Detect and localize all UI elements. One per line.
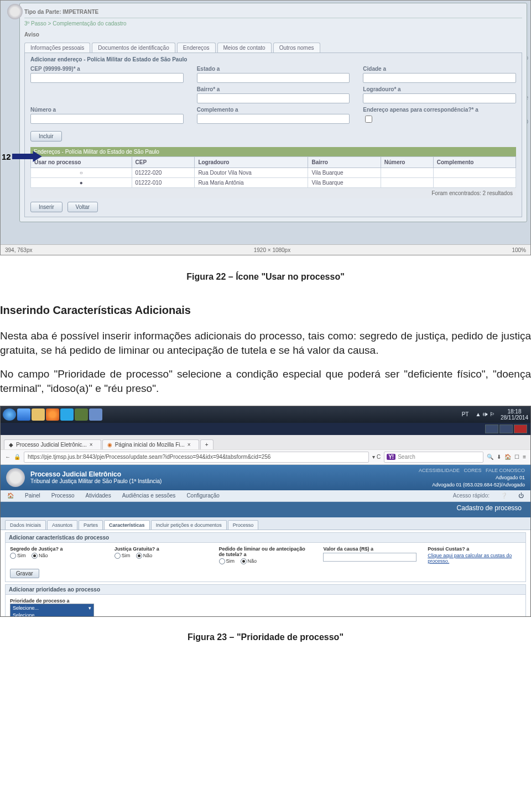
status-zoom: 100% bbox=[512, 247, 526, 253]
tab-info-pessoais[interactable]: Informações pessoais bbox=[24, 43, 90, 53]
prioridade-select[interactable]: Selecione...▾ Selecione... Deficiente Fí… bbox=[10, 604, 94, 617]
numero-input[interactable] bbox=[30, 114, 184, 124]
close-icon[interactable]: × bbox=[90, 442, 93, 448]
minimize-button[interactable] bbox=[485, 425, 498, 433]
status-bar: 394, 763px 1920 × 1080px 100% bbox=[1, 244, 530, 255]
inserir-button[interactable]: Inserir bbox=[30, 202, 63, 212]
firefox-icon[interactable] bbox=[46, 408, 59, 421]
close-button[interactable] bbox=[514, 425, 527, 433]
usar-no-processo-icon[interactable]: ○ bbox=[31, 168, 132, 178]
skype-icon[interactable] bbox=[60, 408, 74, 421]
new-tab-button[interactable]: + bbox=[200, 439, 214, 449]
th-logradouro: Logradouro bbox=[195, 157, 308, 168]
cep-label: CEP (99999-999)* a bbox=[30, 66, 184, 72]
valor-input[interactable] bbox=[323, 553, 417, 562]
menu-audiencias[interactable]: Audiências e sessões bbox=[122, 493, 176, 499]
user-name: Advogado 01 bbox=[419, 474, 525, 481]
custas-link[interactable]: Clique aqui para calcular as custas do p… bbox=[428, 553, 521, 564]
radio-nao[interactable]: Não bbox=[32, 553, 48, 559]
custas-label: Possui Custas? a bbox=[428, 546, 521, 552]
radio-nao[interactable]: Não bbox=[136, 553, 153, 559]
select-option-selecione[interactable]: Selecione... bbox=[11, 612, 93, 617]
search-input[interactable]: Y!Search bbox=[384, 452, 483, 463]
home-icon[interactable]: 🏠 bbox=[504, 454, 511, 460]
paragraph-2: No campo "Prioridade de processo" seleci… bbox=[0, 367, 531, 395]
tab-caracteristicas[interactable]: Características bbox=[104, 520, 150, 530]
download-icon[interactable]: ⬇ bbox=[497, 454, 501, 460]
power-icon[interactable]: ⏻ bbox=[518, 493, 524, 499]
bookmark-icon[interactable]: ☐ bbox=[514, 454, 519, 460]
valor-label: Valor da causa (R$) a bbox=[323, 546, 417, 552]
tab-favicon: ◆ bbox=[9, 442, 13, 448]
acesso-rapido-label: Acesso rápido: bbox=[453, 493, 490, 499]
tab-dados-iniciais[interactable]: Dados Iniciais bbox=[5, 520, 46, 530]
tab-partes[interactable]: Partes bbox=[79, 520, 103, 530]
gravar-button[interactable]: Gravar bbox=[10, 569, 39, 578]
radio-sim[interactable]: Sim bbox=[10, 553, 26, 559]
tray-icon[interactable]: ▲ 🕪 🏳 bbox=[475, 411, 494, 417]
annotation-arrow: 12 bbox=[2, 151, 42, 162]
th-bairro: Bairro bbox=[308, 157, 381, 168]
link-acessibilidade[interactable]: ACESSIBILIDADE bbox=[419, 468, 460, 473]
close-icon[interactable]: × bbox=[188, 442, 191, 448]
url-input[interactable]: https://pje.tjmsp.jus.br:8443/pje/Proces… bbox=[24, 452, 369, 463]
app-icon[interactable] bbox=[75, 408, 88, 421]
arrow-icon bbox=[12, 151, 42, 162]
date: 28/11/2014 bbox=[501, 415, 528, 421]
ie-icon[interactable] bbox=[17, 408, 30, 421]
menu-processo[interactable]: Processo bbox=[51, 493, 75, 499]
explorer-icon[interactable] bbox=[32, 408, 45, 421]
complemento-input[interactable] bbox=[197, 114, 350, 124]
th-numero: Número bbox=[381, 157, 433, 168]
help-icon[interactable]: ❔ bbox=[501, 493, 507, 499]
bairro-label: Bairro* a bbox=[197, 86, 350, 92]
figure-caption-23: Figura 23 – "Prioridade de processo" bbox=[0, 632, 531, 642]
tab-peticoes[interactable]: Incluir petições e documentos bbox=[151, 520, 227, 530]
home-icon[interactable]: 🏠 bbox=[7, 493, 14, 499]
chevron-down-icon: ▾ bbox=[88, 605, 91, 611]
search-icon[interactable]: 🔍 bbox=[487, 454, 493, 460]
radio-sim[interactable]: Sim bbox=[219, 558, 235, 564]
browser-tab-2[interactable]: ◉Página inicial do Mozilla Fi...× bbox=[102, 439, 199, 449]
estado-input[interactable] bbox=[197, 73, 350, 83]
voltar-button[interactable]: Voltar bbox=[67, 202, 98, 212]
bairro-input[interactable] bbox=[197, 93, 350, 103]
dropdown-icon[interactable]: ▾ C bbox=[372, 454, 381, 460]
clock: 18:18 bbox=[501, 408, 528, 415]
menu-config[interactable]: Configuração bbox=[186, 493, 219, 499]
screenshot-2: PT ▲ 🕪 🏳 18:18 28/11/2014 ◆Processo Judi… bbox=[0, 406, 531, 617]
endereco-form: Adicionar endereço - Polícia Militar do … bbox=[24, 53, 522, 217]
link-cores[interactable]: CORES bbox=[464, 468, 481, 473]
complemento-label: Complemento a bbox=[197, 107, 350, 113]
correspondencia-checkbox[interactable] bbox=[365, 116, 372, 123]
enderecos-table: Usar no processo CEP Logradouro Bairro N… bbox=[30, 156, 516, 188]
breadcrumb: 3º Passo > Complementação do cadastro bbox=[24, 20, 522, 27]
status-size: 1920 × 1080px bbox=[254, 247, 290, 253]
cep-input[interactable] bbox=[30, 73, 184, 83]
tab-assuntos[interactable]: Assuntos bbox=[47, 520, 77, 530]
paint-icon[interactable] bbox=[89, 408, 102, 421]
back-icon[interactable]: ← bbox=[5, 454, 11, 460]
tab-documentos[interactable]: Documentos de identificação bbox=[92, 43, 175, 53]
tab-enderecos[interactable]: Endereços bbox=[177, 43, 216, 53]
menu-atividades[interactable]: Atividades bbox=[86, 493, 111, 499]
main-menu: 🏠 Painel Processo Atividades Audiências … bbox=[1, 490, 530, 502]
start-icon[interactable] bbox=[3, 408, 16, 421]
menu-painel[interactable]: Painel bbox=[25, 493, 40, 499]
link-fale[interactable]: FALE CONOSCO bbox=[486, 468, 525, 473]
figure-caption-22: Figura 22 – Ícone "Usar no processo" bbox=[0, 272, 531, 282]
menu-icon[interactable]: ≡ bbox=[523, 454, 526, 460]
tab-meios-contato[interactable]: Meios de contato bbox=[217, 43, 272, 53]
lang-indicator[interactable]: PT bbox=[462, 411, 469, 417]
maximize-button[interactable] bbox=[499, 425, 513, 433]
browser-tab-1[interactable]: ◆Processo Judicial Eletrônic...× bbox=[4, 439, 101, 449]
radio-nao[interactable]: Não bbox=[241, 558, 257, 564]
usar-no-processo-icon[interactable]: ● bbox=[31, 178, 132, 188]
cidade-input[interactable] bbox=[363, 73, 516, 83]
radio-sim[interactable]: Sim bbox=[114, 553, 131, 559]
tab-processo[interactable]: Processo bbox=[228, 520, 259, 530]
tab-outros-nomes[interactable]: Outros nomes bbox=[273, 43, 320, 53]
logradouro-input[interactable] bbox=[363, 93, 516, 103]
tipo-parte-label: Tipo da Parte: IMPETRANTE bbox=[24, 7, 522, 18]
incluir-button[interactable]: Incluir bbox=[30, 131, 62, 142]
